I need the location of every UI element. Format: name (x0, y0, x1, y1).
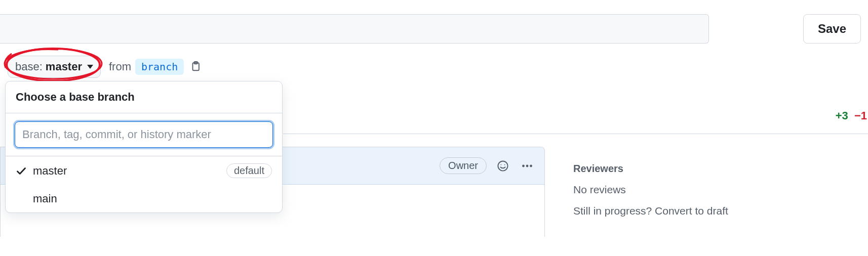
branch-item-master[interactable]: master default (6, 156, 282, 185)
deletions-count: −1 (854, 109, 867, 122)
branch-search-input[interactable] (15, 121, 273, 148)
title-input-area[interactable] (0, 14, 709, 44)
popover-title: Choose a base branch (6, 81, 282, 113)
convert-to-draft-link[interactable]: Still in progress? Convert to draft (573, 205, 786, 217)
chevron-down-icon (87, 65, 93, 69)
branch-name: main (33, 192, 57, 205)
base-branch-popover: Choose a base branch master default main (5, 81, 283, 213)
copy-branch-button[interactable] (188, 59, 203, 75)
save-button[interactable]: Save (803, 14, 861, 44)
add-reaction-button[interactable] (495, 158, 511, 174)
branch-item-main[interactable]: main (6, 185, 282, 212)
check-icon (16, 165, 27, 177)
branch-row: base: master from branch (8, 56, 203, 78)
comment-menu-button[interactable] (519, 158, 535, 174)
branch-name: master (33, 164, 67, 178)
svg-point-7 (522, 164, 525, 167)
sidebar: Reviewers No reviews Still in progress? … (573, 163, 786, 226)
diff-stat: +3 −1 (836, 109, 867, 122)
base-branch-value: master (46, 60, 82, 73)
svg-point-5 (501, 164, 502, 165)
no-reviews-text: No reviews (573, 184, 786, 196)
divider (283, 134, 868, 134)
owner-badge: Owner (440, 157, 487, 174)
svg-point-9 (530, 164, 532, 167)
from-text: from (109, 60, 131, 73)
reviewers-heading: Reviewers (573, 163, 786, 175)
base-prefix: base: (15, 60, 43, 73)
smiley-icon (497, 160, 509, 172)
base-branch-selector[interactable]: base: master (8, 56, 101, 78)
compare-branch-label[interactable]: branch (135, 59, 184, 75)
additions-count: +3 (836, 109, 848, 122)
clipboard-icon (190, 61, 201, 72)
svg-point-4 (498, 161, 507, 170)
default-badge: default (226, 163, 272, 178)
kebab-icon (521, 160, 533, 172)
svg-point-6 (504, 164, 505, 165)
svg-point-8 (526, 164, 529, 167)
